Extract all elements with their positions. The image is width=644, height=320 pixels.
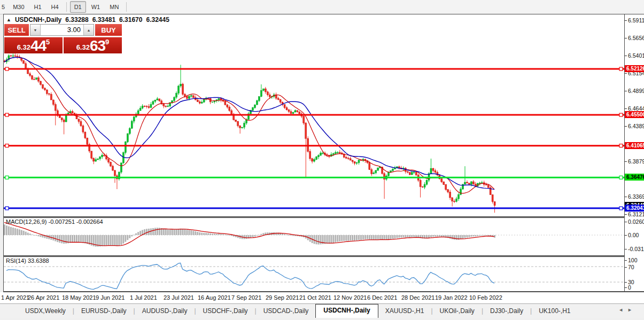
macd-axis-label: 0.02607 [628, 218, 644, 225]
price-axis[interactable]: 6.591156.565656.540156.515406.489906.464… [625, 14, 644, 291]
level-line-handle [5, 113, 9, 116]
level-line-handle [5, 67, 9, 71]
toolbar-separator [66, 2, 67, 12]
volume-input[interactable]: 3.00 [41, 25, 83, 35]
volume-increase-button[interactable]: ▲ [83, 25, 94, 35]
date-label: 21 Oct 2021 [299, 294, 331, 301]
volume-spinner: ▼ 3.00 ▲ [30, 24, 94, 36]
chart-tab-eurusd-daily[interactable]: EURUSD-,Daily [74, 305, 134, 318]
mt4-window: 5M30H1H4D1W1MN 6.591156.565656.540156.51… [0, 0, 644, 320]
timeframe-button-mn[interactable]: MN [105, 1, 123, 13]
timeframe-button-d1[interactable]: D1 [70, 1, 86, 13]
buy-price-big: 63 [90, 39, 105, 53]
level-price-box: 6.45500 [625, 111, 644, 118]
axis-tick [625, 91, 627, 91]
date-label: 19 Jan 2022 [435, 294, 468, 301]
ohlc-low: 6.31670 [119, 16, 142, 24]
ohlc-close: 6.32445 [146, 16, 169, 24]
chart-tab-usdcnh-daily[interactable]: USDCNH-,Daily [315, 304, 378, 318]
sell-button[interactable]: SELL [4, 24, 29, 36]
chart-tab-usdcad-daily[interactable]: USDCAD-,Daily [257, 305, 316, 318]
rsi-indicator-label: RSI(14) 33.6388 [6, 257, 49, 264]
rsi-axis-label: 100 [628, 257, 638, 263]
axis-tick [625, 235, 627, 236]
candles [4, 53, 495, 213]
chart-tab-uk100-h1[interactable]: UK100-,H1 [532, 305, 577, 318]
buy-price-display[interactable]: 6.32639 [64, 37, 122, 53]
price-axis-label: 6.43890 [628, 123, 644, 129]
axis-tick [625, 38, 627, 38]
rsi-axis-label: 0 [628, 284, 631, 291]
price-axis-label: 6.38790 [628, 158, 644, 165]
timeframe-button-m30[interactable]: M30 [9, 1, 28, 13]
chevron-up-icon: ▲ [87, 28, 91, 32]
date-label: 16 Aug 2021 [198, 294, 231, 301]
volume-decrease-button[interactable]: ▼ [30, 25, 41, 35]
date-label: 9 Jun 2021 [96, 294, 125, 301]
chart-tab-ukoil-daily[interactable]: UKOil-,Daily [433, 305, 482, 318]
price-axis-label: 6.31215 [628, 211, 644, 217]
level-line-handle [619, 67, 623, 71]
chart-tab-xauusd-h1[interactable]: XAUUSD-,H1 [378, 305, 431, 318]
axis-tick [625, 214, 627, 215]
buy-button[interactable]: BUY [95, 24, 122, 36]
chart-tab-dj30-daily[interactable]: DJ30-,Daily [483, 305, 530, 318]
axis-tick [625, 222, 627, 222]
axis-tick [625, 56, 627, 56]
level-price-box: 6.32041 [625, 205, 644, 212]
sell-price-display[interactable]: 6.32445 [4, 37, 63, 53]
axis-tick [625, 260, 627, 261]
macd-axis-label: 0.00 [628, 232, 639, 238]
level-line-handle [619, 144, 623, 147]
level-line-handle [5, 144, 9, 147]
chart-tab-usdx-weekly[interactable]: USDX,Weekly [18, 305, 73, 318]
chevron-down-icon: ▼ [34, 28, 37, 32]
level-line-handle [619, 207, 623, 210]
chart-tab-usdchf-daily[interactable]: USDCHF-,Daily [196, 305, 255, 318]
buy-price-prefix: 6.32 [76, 42, 90, 53]
time-axis[interactable]: 1 Apr 202126 Apr 202118 May 20219 Jun 20… [0, 292, 644, 303]
date-label: 7 Sep 2021 [231, 294, 261, 301]
timeframe-button-h1[interactable]: H1 [30, 1, 46, 13]
date-label: 1 Jul 2021 [130, 294, 157, 301]
date-label: 10 Feb 2022 [469, 294, 502, 301]
rsi-indicator-canvas[interactable] [4, 257, 624, 291]
level-price-box: 6.41065 [625, 142, 644, 149]
timeframe-button-5[interactable]: 5 [1, 1, 7, 13]
macd-signal-line [4, 222, 494, 246]
level-line-handle [5, 207, 9, 210]
sell-price-sup: 5 [46, 38, 50, 45]
timeframe-button-h4[interactable]: H4 [47, 1, 63, 13]
macd-indicator-label: MACD(12,26,9) -0.007251 -0.002664 [6, 218, 103, 225]
date-label: 23 Jul 2021 [164, 294, 194, 301]
price-axis-label: 6.59115 [628, 17, 644, 24]
date-label: 6 Dec 2021 [367, 294, 397, 301]
ohlc-high: 6.33481 [92, 16, 115, 24]
toolbar-separator [126, 2, 127, 12]
date-label: 1 Apr 2021 [1, 294, 29, 301]
axis-tick [625, 267, 627, 268]
tab-scroll-left-icon[interactable]: ◄ [618, 307, 627, 313]
level-price-box: 6.36476 [625, 174, 644, 181]
axis-tick [625, 249, 627, 249]
chart-symbol-period: USDCNH-,Daily [15, 16, 61, 24]
level-line-handle [619, 113, 623, 116]
date-label: 28 Dec 2021 [401, 294, 434, 301]
ma-21-line [4, 57, 494, 189]
axis-tick [625, 73, 627, 74]
timeframe-button-w1[interactable]: W1 [87, 1, 105, 13]
chart-tab-bar: USDX,Weekly|EURUSD-,Daily|AUDUSD-,Daily|… [0, 303, 644, 318]
macd-axis-label: -0.03187 [628, 246, 644, 252]
one-click-collapse-icon[interactable]: ▲ [6, 17, 11, 22]
chart-tab-audusd-daily[interactable]: AUDUSD-,Daily [135, 305, 195, 318]
level-price-box: 6.52126 [625, 65, 644, 72]
axis-tick [625, 126, 627, 127]
tab-scroll-arrows: ◄► [618, 307, 637, 313]
price-axis-label: 6.56565 [628, 35, 644, 41]
date-label: 12 Nov 2021 [333, 294, 367, 301]
sell-price-prefix: 6.32 [17, 42, 30, 53]
date-label: 26 Apr 2021 [28, 294, 59, 301]
price-axis-label: 6.54015 [628, 52, 644, 59]
date-label: 29 Sep 2021 [266, 294, 299, 301]
tab-scroll-right-icon[interactable]: ► [627, 307, 637, 313]
